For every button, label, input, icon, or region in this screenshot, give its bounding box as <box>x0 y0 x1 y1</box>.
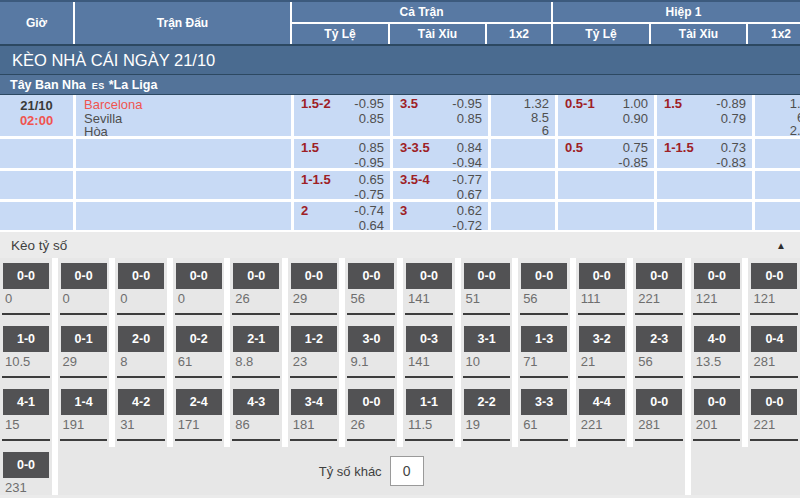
odds-value[interactable]: -0.74 <box>354 204 384 219</box>
score-box[interactable]: 3-0 <box>348 326 394 352</box>
score-box[interactable]: 0-0 <box>3 263 49 289</box>
score-cell: 4-115 <box>0 384 52 439</box>
score-odds-value: 51 <box>466 292 513 306</box>
separator-line <box>290 376 338 378</box>
odds-value[interactable]: 0.85 <box>359 141 384 156</box>
odds-column: -0.770.67 <box>452 173 482 199</box>
score-cell: 2-219 <box>461 384 513 439</box>
odds-value[interactable]: 6 <box>542 124 549 136</box>
odds-value[interactable]: -0.95 <box>354 97 384 112</box>
score-box[interactable]: 0-0 <box>579 263 625 289</box>
odds-value[interactable]: -0.75 <box>354 188 384 200</box>
separator-cell <box>748 439 800 447</box>
score-box[interactable]: 0-0 <box>233 263 279 289</box>
score-box[interactable]: 4-2 <box>118 389 164 415</box>
score-odds-value: 26 <box>350 418 397 432</box>
score-box[interactable]: 0-0 <box>464 263 510 289</box>
score-box[interactable]: 0-0 <box>406 263 452 289</box>
score-box[interactable]: 1-4 <box>61 389 107 415</box>
score-box[interactable]: 0-0 <box>694 389 740 415</box>
score-box[interactable]: 0-0 <box>521 263 567 289</box>
score-box[interactable]: 0-0 <box>636 389 682 415</box>
odds-value[interactable]: 0.75 <box>623 141 648 156</box>
odds-value[interactable]: -0.72 <box>452 219 482 231</box>
score-box[interactable]: 0-0 <box>348 389 394 415</box>
score-box[interactable]: 2-3 <box>636 326 682 352</box>
odds-value[interactable]: 0.85 <box>457 112 482 127</box>
score-odds-value: 19 <box>466 418 513 432</box>
score-box[interactable]: 0-0 <box>3 452 49 478</box>
odds-value[interactable]: -0.95 <box>354 156 384 169</box>
score-box[interactable]: 2-4 <box>176 389 222 415</box>
score-box[interactable]: 3-3 <box>521 389 567 415</box>
separator-line <box>405 313 453 315</box>
score-box[interactable]: 0-0 <box>61 263 107 289</box>
score-box[interactable]: 3-2 <box>579 326 625 352</box>
odds-value[interactable]: -0.83 <box>716 156 746 169</box>
odds-table-header: Giờ Trận Đấu Cả Trận Hiệp 1 Tỷ Lệ Tài Xỉ… <box>0 0 800 44</box>
separator-cell <box>633 439 685 447</box>
odds-value[interactable]: 8.5 <box>531 111 549 125</box>
draw-label: Hòa <box>84 125 291 136</box>
score-box[interactable]: 4-0 <box>694 326 740 352</box>
score-box[interactable]: 0-0 <box>176 263 222 289</box>
score-row-separator <box>0 439 800 447</box>
score-box[interactable]: 3-1 <box>464 326 510 352</box>
score-box[interactable]: 1-2 <box>291 326 337 352</box>
score-box[interactable]: 2-1 <box>233 326 279 352</box>
collapse-arrow-icon[interactable]: ▲ <box>776 240 786 251</box>
separator-line <box>405 376 453 378</box>
odds-value[interactable]: 0.67 <box>457 188 482 200</box>
odds-column: -0.740.64 <box>354 204 384 230</box>
odds-value[interactable]: 1.32 <box>524 97 549 111</box>
score-box[interactable]: 0-1 <box>61 326 107 352</box>
odds-value[interactable]: -0.89 <box>716 97 746 112</box>
odds-value[interactable]: 0.90 <box>623 112 648 127</box>
score-cell: 0-00 <box>115 258 167 313</box>
score-box[interactable]: 0-0 <box>751 263 797 289</box>
score-box[interactable]: 2-2 <box>464 389 510 415</box>
score-box[interactable]: 0-0 <box>348 263 394 289</box>
score-odds-value: 31 <box>120 418 167 432</box>
odds-value[interactable]: 0.73 <box>721 141 746 156</box>
separator-line <box>2 313 50 315</box>
odds-value[interactable]: -0.95 <box>452 97 482 112</box>
score-box[interactable]: 1-3 <box>521 326 567 352</box>
odds-value[interactable]: 0.64 <box>359 219 384 231</box>
score-box[interactable]: 0-0 <box>291 263 337 289</box>
separator-cell <box>461 376 513 384</box>
score-box[interactable]: 4-3 <box>233 389 279 415</box>
other-score-input[interactable] <box>390 456 424 486</box>
odds-value[interactable]: 0.65 <box>359 173 384 188</box>
score-box[interactable]: 2-0 <box>118 326 164 352</box>
odds-value[interactable]: 1.74 <box>790 97 800 111</box>
score-box[interactable]: 0-0 <box>636 263 682 289</box>
odds-value[interactable]: -0.85 <box>618 156 648 169</box>
odds-value[interactable]: -0.94 <box>452 156 482 169</box>
odds-column: 1.000.90 <box>623 97 648 136</box>
score-box[interactable]: 4-1 <box>3 389 49 415</box>
separator-line <box>635 376 683 378</box>
score-box[interactable]: 0-0 <box>694 263 740 289</box>
odds-column: 0.62-0.72 <box>452 204 482 230</box>
score-box[interactable]: 0-3 <box>406 326 452 352</box>
odds-value[interactable]: 0.62 <box>457 204 482 219</box>
score-box[interactable]: 1-0 <box>3 326 49 352</box>
league-bar[interactable]: Tây Ban Nha es *La Liga <box>0 75 800 95</box>
separator-cell <box>748 376 800 384</box>
score-box[interactable]: 0-0 <box>118 263 164 289</box>
header-ft-odds: Tỷ Lệ <box>292 24 388 44</box>
odds-value[interactable]: 0.84 <box>457 141 482 156</box>
odds-value[interactable]: -0.77 <box>452 173 482 188</box>
score-box[interactable]: 1-1 <box>406 389 452 415</box>
score-box[interactable]: 4-4 <box>579 389 625 415</box>
score-box[interactable]: 0-4 <box>751 326 797 352</box>
odds-value[interactable]: 0.79 <box>721 112 746 127</box>
score-box[interactable]: 3-4 <box>291 389 337 415</box>
odds-value[interactable]: 1.00 <box>623 97 648 112</box>
score-box[interactable]: 0-2 <box>176 326 222 352</box>
odds-value[interactable]: 2.85 <box>790 124 800 136</box>
score-odds-value: 141 <box>408 292 455 306</box>
score-box[interactable]: 0-0 <box>751 389 797 415</box>
odds-value[interactable]: 0.85 <box>359 112 384 127</box>
